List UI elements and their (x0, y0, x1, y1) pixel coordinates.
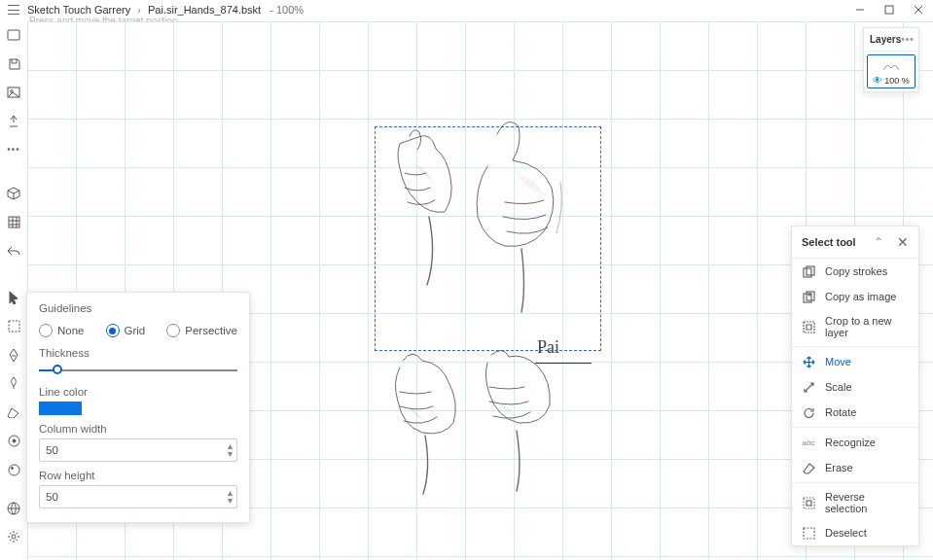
breadcrumb: Sketch Touch Garrery › Pai.sir_Hands_874… (27, 4, 304, 16)
tool-rect-icon[interactable] (4, 25, 23, 45)
svg-point-12 (11, 467, 13, 469)
erase-icon (802, 461, 815, 474)
thickness-slider[interactable] (39, 363, 237, 378)
copyimg-icon (802, 290, 815, 303)
guidelines-panel: Guidelines None Grid Persective Thicknes… (26, 292, 250, 523)
reverse-icon (802, 496, 815, 509)
layers-panel: Layers••• 👁100 % (863, 27, 919, 92)
radio-none[interactable]: None (39, 324, 85, 337)
select-action-copy[interactable]: Copy strokes (792, 259, 918, 284)
layers-title: Layers (870, 34, 901, 45)
thickness-label: Thickness (39, 347, 237, 359)
signature-underline (535, 363, 592, 364)
select-tool-title: Select tool (802, 236, 874, 248)
radio-perspective[interactable]: Persective (166, 324, 237, 337)
layer-opacity: 100 % (884, 76, 910, 86)
minimize-button[interactable] (845, 0, 875, 19)
sketch-content (371, 115, 604, 508)
select-action-reverse[interactable]: Reverse selection (792, 485, 918, 520)
svg-rect-4 (8, 30, 19, 40)
tool-select-icon[interactable] (4, 317, 23, 336)
window-controls (845, 0, 933, 19)
svg-rect-16 (807, 266, 814, 275)
tool-grid-icon[interactable] (4, 213, 23, 232)
close-button[interactable] (904, 0, 933, 19)
tool-save-icon[interactable] (4, 54, 23, 74)
crop-icon (802, 320, 815, 333)
colwidth-label: Column width (39, 423, 237, 435)
collapse-icon[interactable]: ⌃ (874, 235, 883, 249)
stepper-icon[interactable]: ▴▾ (228, 442, 233, 458)
select-action-erase[interactable]: Erase (792, 455, 918, 480)
svg-rect-18 (807, 292, 814, 300)
toolbar: ••• (0, 21, 27, 560)
menu-icon[interactable] (6, 4, 21, 16)
svg-rect-1 (885, 6, 893, 14)
layers-more-icon[interactable]: ••• (901, 34, 915, 45)
zoom-level: 100% (276, 4, 304, 16)
eye-icon[interactable]: 👁 (873, 75, 882, 86)
rotate-icon (802, 405, 815, 419)
layer-item[interactable]: 👁100 % (867, 54, 915, 88)
svg-point-14 (12, 535, 16, 539)
tool-eraser-icon[interactable] (4, 402, 23, 422)
svg-rect-22 (807, 501, 811, 506)
tool-globe-icon[interactable] (4, 499, 23, 518)
select-tool-panel: Select tool ⌃ ✕ Copy strokesCopy as imag… (791, 226, 919, 546)
file-name: Pai.sir_Hands_874.bskt (148, 4, 261, 16)
move-icon (802, 355, 815, 368)
tool-ink-icon[interactable] (4, 460, 23, 479)
select-action-move[interactable]: Move (792, 349, 918, 374)
svg-rect-8 (9, 321, 19, 332)
maximize-button[interactable] (875, 0, 904, 19)
svg-rect-23 (804, 528, 814, 539)
svg-rect-15 (804, 268, 811, 277)
tool-more-icon[interactable]: ••• (4, 140, 23, 159)
layer-thumbnail (872, 59, 911, 73)
select-action-scale[interactable]: Scale (792, 374, 918, 400)
tool-image-icon[interactable] (4, 83, 23, 102)
guidelines-title: Guidelines (39, 302, 237, 314)
breadcrumb-sep: › (137, 4, 141, 16)
select-action-abc[interactable]: abcRecognize (792, 430, 918, 455)
svg-rect-20 (804, 322, 814, 332)
tool-pen-icon[interactable] (4, 345, 23, 365)
svg-point-19 (808, 294, 810, 296)
close-icon[interactable]: ✕ (897, 234, 909, 250)
colwidth-input[interactable]: 50▴▾ (39, 438, 237, 462)
tool-brush-icon[interactable] (4, 374, 23, 394)
copy-icon (802, 264, 815, 278)
deselect-icon (802, 526, 815, 540)
tool-undo-icon[interactable] (4, 242, 23, 262)
signature: Pai (537, 337, 559, 358)
stepper-icon[interactable]: ▴▾ (228, 489, 233, 505)
settings-icon[interactable] (4, 527, 23, 546)
svg-point-11 (9, 465, 19, 475)
rowheight-input[interactable]: 50▴▾ (39, 485, 237, 508)
select-action-deselect[interactable]: Deselect (792, 520, 918, 545)
select-action-copyimg[interactable]: Copy as image (792, 284, 918, 309)
svg-rect-21 (804, 498, 814, 508)
tool-3d-icon[interactable] (4, 185, 23, 204)
svg-point-10 (13, 439, 16, 442)
linecolor-label: Line color (39, 386, 237, 398)
linecolor-swatch[interactable] (39, 402, 82, 415)
abc-icon: abc (802, 436, 815, 449)
radio-grid[interactable]: Grid (106, 324, 146, 337)
select-action-crop[interactable]: Crop to a new layer (792, 309, 918, 344)
rowheight-label: Row height (39, 470, 237, 481)
app-name: Sketch Touch Garrery (27, 4, 130, 16)
svg-rect-7 (9, 217, 19, 228)
scale-icon (802, 380, 815, 394)
tool-export-icon[interactable] (4, 112, 23, 131)
select-action-rotate[interactable]: Rotate (792, 400, 918, 425)
tool-circle-icon[interactable] (4, 432, 23, 451)
tool-cursor-icon[interactable] (4, 288, 23, 307)
